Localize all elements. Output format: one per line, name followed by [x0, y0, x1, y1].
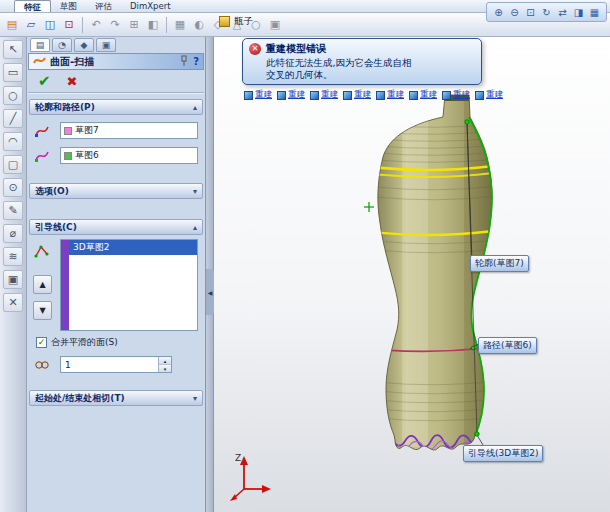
profile-input[interactable]: 草图7: [60, 122, 198, 139]
profile-callout[interactable]: 轮廓(草图7): [470, 255, 529, 272]
zoom-area-icon[interactable]: ⊡: [523, 5, 538, 20]
display-style-icon[interactable]: ◐: [190, 16, 208, 34]
rebuild-button[interactable]: 重建: [343, 89, 371, 101]
rebuild-button-icon: [310, 91, 319, 100]
path-color-swatch: [64, 152, 72, 160]
spline-tool-icon[interactable]: ≋: [3, 247, 23, 266]
rebuild-button[interactable]: 重建: [376, 89, 404, 101]
chevron-down-icon: ▾: [193, 187, 197, 196]
pm-tab-custom[interactable]: ▣: [96, 38, 116, 52]
rebuild-button[interactable]: 重建: [277, 89, 305, 101]
rebuild-button[interactable]: 重建: [442, 89, 470, 101]
section-view-icon[interactable]: ▦: [171, 16, 189, 34]
tab-evaluate[interactable]: 评估: [86, 0, 121, 12]
panel-title: 曲面-扫描: [50, 55, 94, 69]
panel-title-bar: 曲面-扫描 ?: [28, 53, 204, 70]
tab-dimxpert[interactable]: DimXpert: [121, 0, 179, 12]
help-icon[interactable]: ?: [193, 56, 199, 67]
collapse-arrow-icon[interactable]: ◀: [206, 269, 214, 315]
pm-tab-properties[interactable]: ▤: [30, 38, 50, 52]
path-input[interactable]: 草图6: [60, 147, 198, 164]
rectangle-tool-icon[interactable]: ▭: [3, 63, 23, 82]
zoom-in-icon[interactable]: ⊕: [491, 5, 506, 20]
rebuild-button-icon: [244, 91, 253, 100]
rebuild-icon[interactable]: ⊞: [125, 16, 143, 34]
rebuild-button[interactable]: 重建: [409, 89, 437, 101]
error-message-line1: 此特征无法生成,因为它会生成自相: [266, 57, 475, 69]
section-label: 轮廓和路径(P): [35, 101, 95, 114]
section-label: 起始处/结束处相切(T): [35, 392, 125, 405]
cancel-button[interactable]: ✖: [67, 75, 78, 88]
profile-value: 草图7: [75, 124, 99, 137]
chevron-up-icon: ▴: [193, 103, 197, 112]
influence-value-input[interactable]: 1 ▴ ▾: [60, 356, 172, 373]
rebuild-button-icon: [475, 91, 484, 100]
bottle-model[interactable]: Z: [206, 37, 610, 512]
graphics-area[interactable]: Z ✕ 重建模型错误 此特征无法生成,因为它会生成自相 交叉的几何体。 重建 重…: [206, 37, 610, 512]
line-tool-icon[interactable]: ╱: [3, 109, 23, 128]
move-up-button[interactable]: ▲: [33, 275, 52, 294]
circle-tool-icon[interactable]: ○: [3, 86, 23, 105]
spin-up-button[interactable]: ▴: [159, 357, 171, 365]
guide-callout[interactable]: 引导线(3D草图2): [463, 445, 543, 462]
property-manager: ▤ ◔ ◆ ▣ 曲面-扫描 ? ✔ ✖ 轮廓和路径(P) ▴ 草图7: [27, 37, 206, 512]
section-guide-curves[interactable]: 引导线(C) ▴: [29, 219, 203, 235]
guide-list-item[interactable]: 3D草图2: [69, 240, 197, 255]
rebuild-button[interactable]: 重建: [475, 89, 503, 101]
propertymanager-tabs: ▤ ◔ ◆ ▣: [30, 38, 116, 52]
toolbar-separator: [166, 17, 167, 33]
hidden-toolbar-row: 重建 重建 重建 重建 重建 重建 重建 重建: [244, 89, 503, 101]
mirror-tool-icon[interactable]: ▣: [3, 270, 23, 289]
panel-splitter[interactable]: ◀: [206, 37, 214, 512]
spin-down-button[interactable]: ▾: [159, 365, 171, 372]
tab-sketch[interactable]: 草图: [51, 0, 86, 12]
trim-tool-icon[interactable]: ✕: [3, 293, 23, 312]
open-icon[interactable]: ▱: [22, 16, 40, 34]
new-icon[interactable]: ▤: [3, 16, 21, 34]
section-label: 引导线(C): [35, 221, 77, 234]
part-icon: [219, 16, 230, 27]
point-tool-icon[interactable]: ⊙: [3, 178, 23, 197]
guide-color-strip: [61, 240, 69, 330]
move-down-button[interactable]: ▼: [33, 301, 52, 320]
section-tangency[interactable]: 起始处/结束处相切(T) ▾: [29, 390, 203, 406]
rebuild-button[interactable]: 重建: [310, 89, 338, 101]
merge-checkbox[interactable]: ✓: [36, 337, 47, 348]
zoom-out-icon[interactable]: ⊖: [507, 5, 522, 20]
scene-icon[interactable]: ▦: [587, 5, 602, 20]
view-settings-icon[interactable]: ▣: [266, 16, 284, 34]
section-profile-path[interactable]: 轮廓和路径(P) ▴: [29, 99, 203, 115]
redo-icon[interactable]: ↷: [106, 16, 124, 34]
arc-tool-icon[interactable]: ◠: [3, 132, 23, 151]
panel-actions: ✔ ✖: [28, 71, 204, 93]
pm-tab-appearance[interactable]: ◆: [74, 38, 94, 52]
guide-curves-list[interactable]: 3D草图2: [60, 239, 198, 331]
influence-value: 1: [65, 360, 71, 370]
select-tool-icon[interactable]: ↖: [3, 40, 23, 59]
rebuild-error-callout: ✕ 重建模型错误 此特征无法生成,因为它会生成自相 交叉的几何体。: [242, 38, 482, 85]
undo-icon[interactable]: ↶: [87, 16, 105, 34]
feature-tree-root[interactable]: 瓶子: [219, 15, 253, 28]
rebuild-button-icon: [409, 91, 418, 100]
part-name: 瓶子: [234, 15, 253, 28]
options-icon[interactable]: ◧: [144, 16, 162, 34]
tab-features[interactable]: 特征: [14, 0, 51, 12]
path-callout[interactable]: 路径(草图6): [478, 337, 537, 354]
section-options[interactable]: 选项(O) ▾: [29, 183, 203, 199]
ok-button[interactable]: ✔: [38, 74, 51, 89]
dimension-tool-icon[interactable]: ⌀: [3, 224, 23, 243]
side-toolbar: ↖ ▭ ○ ╱ ◠ ▢ ⊙ ✎ ⌀ ≋ ▣ ✕: [0, 37, 27, 512]
view-toolbar: ⊕ ⊖ ⊡ ↻ ⇄ ◨ ▦: [486, 2, 607, 22]
profile-color-swatch: [64, 127, 72, 135]
polygon-tool-icon[interactable]: ▢: [3, 155, 23, 174]
rotate-view-icon[interactable]: ↻: [539, 5, 554, 20]
print-icon[interactable]: ⊡: [60, 16, 78, 34]
pin-icon[interactable]: [179, 55, 189, 69]
sketch-edit-icon[interactable]: ✎: [3, 201, 23, 220]
pan-icon[interactable]: ⇄: [555, 5, 570, 20]
surface-sweep-icon: [33, 54, 46, 69]
save-icon[interactable]: ◫: [41, 16, 59, 34]
pm-tab-configurations[interactable]: ◔: [52, 38, 72, 52]
rebuild-button[interactable]: 重建: [244, 89, 272, 101]
display-mode-icon[interactable]: ◨: [571, 5, 586, 20]
